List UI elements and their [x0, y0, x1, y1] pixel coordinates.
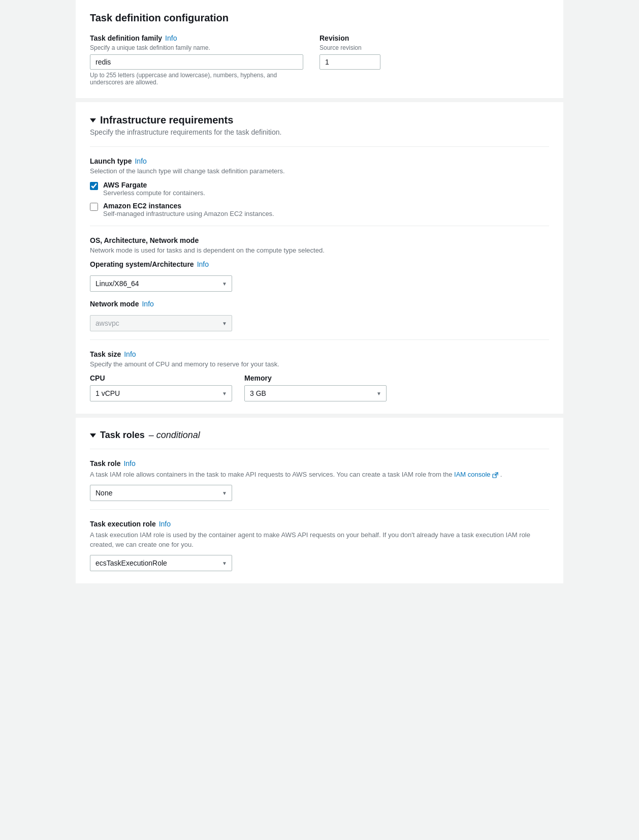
launch-type-options: AWS Fargate Serverless compute for conta…: [90, 181, 549, 217]
cpu-select[interactable]: .25 vCPU .5 vCPU 1 vCPU 2 vCPU 4 vCPU 8 …: [90, 385, 232, 401]
exec-role-section: Task execution role Info A task executio…: [90, 509, 549, 571]
task-roles-conditional: – conditional: [149, 430, 200, 441]
fargate-option[interactable]: AWS Fargate Serverless compute for conta…: [90, 181, 549, 197]
network-label-text: Network mode: [90, 300, 139, 308]
family-info-link[interactable]: Info: [165, 34, 177, 42]
family-label-text: Task definition family: [90, 34, 162, 42]
task-role-section: Task role Info A task IAM role allows co…: [90, 449, 549, 501]
launch-type-label: Launch type Info: [90, 157, 549, 165]
revision-label-text: Revision: [320, 34, 349, 42]
infra-subtitle: Specify the infrastructure requirements …: [90, 128, 549, 136]
ec2-option[interactable]: Amazon EC2 instances Self-managed infras…: [90, 202, 549, 217]
iam-console-link[interactable]: IAM console: [454, 471, 500, 478]
os-label: Operating system/Architecture Info: [90, 260, 549, 268]
task-role-label: Task role Info: [90, 459, 549, 468]
os-arch-select[interactable]: Linux/X86_64 Linux/ARM64 Windows/X86_64: [90, 275, 232, 292]
page-title: Task definition configuration: [90, 12, 549, 24]
fargate-label: AWS Fargate: [103, 181, 205, 189]
launch-type-info-link[interactable]: Info: [135, 157, 146, 165]
memory-select-wrapper: 3 GB 4 GB 5 GB 6 GB 7 GB 8 GB ▼: [244, 385, 387, 401]
os-arch-section-text: OS, Architecture, Network mode: [90, 236, 199, 244]
exec-role-select-wrapper: ecsTaskExecutionRole None myExecutionRol…: [90, 555, 232, 571]
revision-input[interactable]: [320, 54, 380, 70]
task-size-info-link[interactable]: Info: [124, 350, 136, 358]
task-size-label: Task size Info: [90, 350, 549, 358]
os-label-text: Operating system/Architecture: [90, 260, 194, 268]
revision-label: Revision: [320, 34, 401, 42]
exec-role-select[interactable]: ecsTaskExecutionRole None myExecutionRol…: [90, 555, 232, 571]
task-roles-collapse-icon[interactable]: [90, 433, 96, 438]
network-select-wrapper: awsvpc ▼: [90, 315, 232, 331]
cpu-memory-row: CPU .25 vCPU .5 vCPU 1 vCPU 2 vCPU 4 vCP…: [90, 374, 549, 401]
family-note: Up to 255 letters (uppercase and lowerca…: [90, 72, 303, 86]
infra-header: Infrastructure requirements: [90, 114, 549, 126]
revision-hint: Source revision: [320, 44, 401, 51]
os-select-wrapper: Linux/X86_64 Linux/ARM64 Windows/X86_64 …: [90, 275, 232, 292]
os-arch-section-hint: Network mode is used for tasks and is de…: [90, 246, 549, 254]
os-arch-section-label: OS, Architecture, Network mode: [90, 236, 549, 244]
network-select: awsvpc: [90, 315, 232, 331]
fargate-checkbox[interactable]: [90, 182, 98, 190]
task-role-info-link[interactable]: Info: [123, 459, 135, 468]
task-role-select[interactable]: None ecsTaskRole myCustomRole: [90, 485, 232, 501]
ec2-label: Amazon EC2 instances: [103, 202, 274, 210]
cpu-select-wrapper: .25 vCPU .5 vCPU 1 vCPU 2 vCPU 4 vCPU 8 …: [90, 385, 232, 401]
memory-select[interactable]: 3 GB 4 GB 5 GB 6 GB 7 GB 8 GB: [244, 385, 387, 401]
exec-role-info-link[interactable]: Info: [159, 520, 171, 528]
collapse-icon[interactable]: [90, 118, 96, 122]
launch-type-hint: Selection of the launch type will change…: [90, 167, 549, 175]
task-role-label-text: Task role: [90, 459, 120, 468]
task-role-desc-end: .: [500, 471, 502, 478]
cpu-label: CPU: [90, 374, 232, 382]
task-role-select-wrapper: None ecsTaskRole myCustomRole ▼: [90, 485, 232, 501]
exec-role-label: Task execution role Info: [90, 520, 549, 528]
task-size-label-text: Task size: [90, 350, 121, 358]
family-hint: Specify a unique task definition family …: [90, 44, 303, 51]
launch-type-label-text: Launch type: [90, 157, 132, 165]
network-label: Network mode Info: [90, 300, 549, 308]
iam-link-text: IAM console: [454, 471, 491, 478]
family-input[interactable]: [90, 54, 303, 70]
memory-label: Memory: [244, 374, 387, 382]
task-roles-header: Task roles – conditional: [90, 430, 549, 441]
task-size-hint: Specify the amount of CPU and memory to …: [90, 360, 549, 368]
task-role-desc-text: A task IAM role allows containers in the…: [90, 471, 452, 478]
memory-col: Memory 3 GB 4 GB 5 GB 6 GB 7 GB 8 GB ▼: [244, 374, 387, 401]
exec-role-desc: A task execution IAM role is used by the…: [90, 530, 549, 550]
infra-title: Infrastructure requirements: [100, 114, 233, 126]
external-link-icon: [492, 472, 498, 478]
ec2-sublabel: Self-managed infrastructure using Amazon…: [103, 210, 274, 217]
fargate-sublabel: Serverless compute for containers.: [103, 189, 205, 197]
network-info-link[interactable]: Info: [142, 300, 153, 308]
exec-role-label-text: Task execution role: [90, 520, 156, 528]
cpu-col: CPU .25 vCPU .5 vCPU 1 vCPU 2 vCPU 4 vCP…: [90, 374, 232, 401]
task-role-desc: A task IAM role allows containers in the…: [90, 470, 549, 480]
ec2-checkbox[interactable]: [90, 203, 98, 211]
os-info-link[interactable]: Info: [197, 260, 209, 268]
task-roles-title: Task roles: [100, 430, 145, 441]
family-label: Task definition family Info: [90, 34, 303, 42]
